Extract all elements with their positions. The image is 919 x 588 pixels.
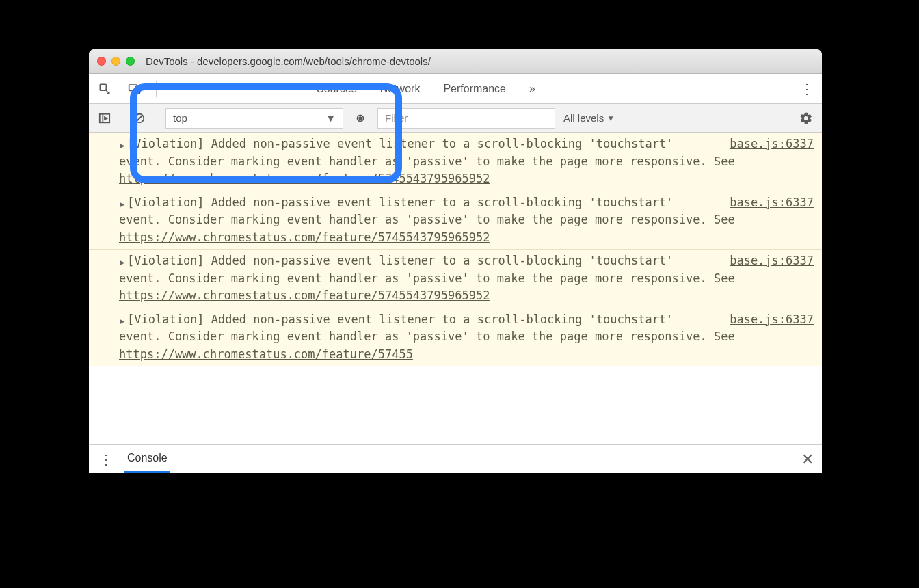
separator xyxy=(122,110,122,126)
message-text: Added non-passive event listener to a sc… xyxy=(119,312,735,344)
expand-arrow-icon[interactable]: ▸ xyxy=(119,137,126,155)
chevron-down-icon: ▼ xyxy=(607,113,615,123)
console-message[interactable]: base.js:6337 ▸ [Violation] Added non-pas… xyxy=(89,250,822,308)
clear-console-icon[interactable] xyxy=(131,109,148,127)
drawer-tab-console[interactable]: Console xyxy=(124,445,170,473)
svg-marker-5 xyxy=(105,117,107,120)
message-source-link[interactable]: base.js:6337 xyxy=(730,135,814,153)
kebab-menu-icon[interactable]: ⋮ xyxy=(97,451,115,468)
tab-more[interactable]: » xyxy=(524,83,541,95)
message-text: Added non-passive event listener to a sc… xyxy=(119,196,735,227)
message-text: Added non-passive event listener to a sc… xyxy=(119,254,735,285)
message-text: Added non-passive event listener to a sc… xyxy=(119,137,735,168)
violation-tag: [Violation] xyxy=(127,137,204,150)
window-title: DevTools - developers.google.com/web/too… xyxy=(146,55,431,67)
console-toolbar: top ▼ All levels ▼ xyxy=(89,104,822,133)
context-value: top xyxy=(173,112,187,124)
live-expression-icon[interactable] xyxy=(351,109,369,127)
message-source-link[interactable]: base.js:6337 xyxy=(730,194,814,212)
violation-tag: [Violation] xyxy=(127,196,204,209)
expand-arrow-icon[interactable]: ▸ xyxy=(119,196,126,213)
message-link[interactable]: https://www.chromestatus.com/feature/574… xyxy=(119,230,490,244)
show-sidebar-icon[interactable] xyxy=(96,109,114,127)
traffic-lights xyxy=(97,57,135,66)
maximize-window-button[interactable] xyxy=(126,57,135,66)
close-window-button[interactable] xyxy=(97,57,106,66)
main-tabbar: Sources Network Performance » ⋮ xyxy=(89,74,822,104)
violation-tag: [Violation] xyxy=(127,254,204,267)
message-link[interactable]: https://www.chromestatus.com/feature/574… xyxy=(119,289,490,302)
devtools-window: DevTools - developers.google.com/web/too… xyxy=(89,49,822,473)
expand-arrow-icon[interactable]: ▸ xyxy=(119,254,126,271)
chevron-down-icon: ▼ xyxy=(325,112,336,124)
drawer-tab-label: Console xyxy=(127,452,168,464)
context-selector[interactable]: top ▼ xyxy=(165,108,343,129)
message-link[interactable]: https://www.chromestatus.com/feature/574… xyxy=(119,172,490,185)
expand-arrow-icon[interactable]: ▸ xyxy=(119,312,126,330)
svg-line-7 xyxy=(137,115,143,121)
message-link[interactable]: https://www.chromestatus.com/feature/574… xyxy=(119,347,413,361)
message-source-link[interactable]: base.js:6337 xyxy=(730,252,814,270)
close-drawer-icon[interactable]: ✕ xyxy=(801,451,814,468)
levels-label: All levels xyxy=(563,112,604,124)
tab-sources[interactable]: Sources xyxy=(311,83,362,95)
window-titlebar: DevTools - developers.google.com/web/too… xyxy=(89,49,822,74)
drawer-bar: ⋮ Console ✕ xyxy=(89,444,822,473)
svg-rect-2 xyxy=(135,86,140,93)
tab-performance[interactable]: Performance xyxy=(438,83,511,95)
tab-network[interactable]: Network xyxy=(375,83,426,95)
minimize-window-button[interactable] xyxy=(111,57,120,66)
filter-input[interactable] xyxy=(377,108,555,129)
console-message[interactable]: base.js:6337 ▸ [Violation] Added non-pas… xyxy=(89,191,822,250)
separator xyxy=(157,110,157,126)
violation-tag: [Violation] xyxy=(127,312,204,326)
log-levels-selector[interactable]: All levels ▼ xyxy=(563,112,615,124)
inspect-element-icon[interactable] xyxy=(96,80,114,98)
svg-point-9 xyxy=(359,117,362,120)
console-message[interactable]: base.js:6337 ▸ [Violation] Added non-pas… xyxy=(89,308,822,367)
device-toolbar-icon[interactable] xyxy=(126,80,144,98)
gear-icon[interactable] xyxy=(797,109,815,127)
message-source-link[interactable]: base.js:6337 xyxy=(730,311,814,329)
console-messages: base.js:6337 ▸ [Violation] Added non-pas… xyxy=(89,133,822,444)
kebab-menu-icon[interactable]: ⋮ xyxy=(797,80,815,98)
separator xyxy=(156,81,157,97)
console-message[interactable]: base.js:6337 ▸ [Violation] Added non-pas… xyxy=(89,133,822,191)
